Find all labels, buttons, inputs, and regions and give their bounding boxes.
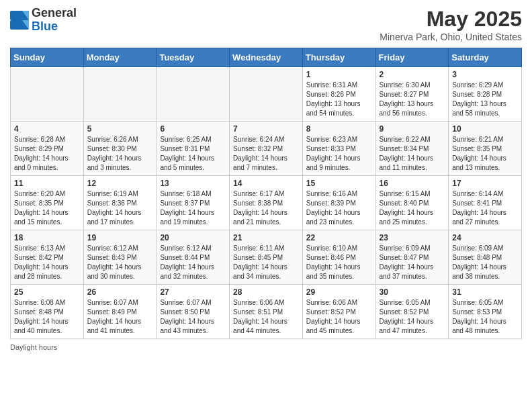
day-info: Sunrise: 6:24 AMSunset: 8:32 PMDaylight:… [233,135,299,173]
calendar-day-cell: 5Sunrise: 6:26 AMSunset: 8:30 PMDaylight… [83,122,157,176]
day-info: Sunrise: 6:29 AMSunset: 8:28 PMDaylight:… [452,81,518,118]
day-number: 17 [452,179,518,188]
day-number: 14 [233,179,299,188]
calendar-day-cell: 18Sunrise: 6:13 AMSunset: 8:42 PMDayligh… [11,230,84,285]
day-number: 16 [380,179,445,188]
calendar-day-cell: 29Sunrise: 6:06 AMSunset: 8:52 PMDayligh… [302,285,375,339]
day-info: Sunrise: 6:07 AMSunset: 8:50 PMDaylight:… [160,298,226,336]
calendar-day-header: Monday [83,48,157,67]
calendar-day-header: Tuesday [157,48,230,67]
day-info: Sunrise: 6:16 AMSunset: 8:39 PMDaylight:… [306,189,372,227]
day-number: 28 [233,287,299,297]
calendar-day-header: Thursday [302,48,375,67]
day-number: 25 [14,287,80,297]
day-number: 6 [160,124,226,134]
day-info: Sunrise: 6:25 AMSunset: 8:31 PMDaylight:… [160,135,226,173]
calendar-day-cell: 9Sunrise: 6:22 AMSunset: 8:34 PMDaylight… [375,122,449,176]
day-info: Sunrise: 6:18 AMSunset: 8:37 PMDaylight:… [160,189,226,227]
day-info: Sunrise: 6:12 AMSunset: 8:44 PMDaylight:… [160,244,226,281]
logo-icon [10,11,29,30]
calendar-day-cell [157,67,230,122]
day-number: 13 [160,179,226,188]
calendar-day-cell: 17Sunrise: 6:14 AMSunset: 8:41 PMDayligh… [449,176,522,230]
calendar-day-header: Wednesday [230,48,303,67]
calendar-day-cell: 3Sunrise: 6:29 AMSunset: 8:28 PMDaylight… [449,67,522,122]
day-info: Sunrise: 6:21 AMSunset: 8:35 PMDaylight:… [452,135,518,173]
day-info: Sunrise: 6:09 AMSunset: 8:47 PMDaylight:… [380,244,445,281]
calendar-day-cell: 21Sunrise: 6:11 AMSunset: 8:45 PMDayligh… [230,230,303,285]
day-number: 22 [306,233,372,242]
calendar-week-row: 11Sunrise: 6:20 AMSunset: 8:35 PMDayligh… [11,176,522,230]
calendar-week-row: 1Sunrise: 6:31 AMSunset: 8:26 PMDaylight… [11,67,522,122]
calendar-week-row: 25Sunrise: 6:08 AMSunset: 8:48 PMDayligh… [11,285,522,339]
day-info: Sunrise: 6:30 AMSunset: 8:27 PMDaylight:… [380,81,445,118]
day-number: 11 [14,179,80,188]
calendar-day-header: Friday [375,48,449,67]
calendar-day-cell: 7Sunrise: 6:24 AMSunset: 8:32 PMDaylight… [230,122,303,176]
title-block: May 2025 Minerva Park, Ohio, United Stat… [380,7,522,42]
day-number: 27 [160,287,226,297]
calendar-day-cell [11,67,84,122]
day-number: 15 [306,179,372,188]
calendar-day-cell: 12Sunrise: 6:19 AMSunset: 8:36 PMDayligh… [83,176,157,230]
calendar-table: SundayMondayTuesdayWednesdayThursdayFrid… [10,48,522,339]
day-info: Sunrise: 6:20 AMSunset: 8:35 PMDaylight:… [14,189,80,227]
calendar-day-cell: 19Sunrise: 6:12 AMSunset: 8:43 PMDayligh… [83,230,157,285]
day-number: 3 [452,70,518,79]
day-number: 18 [14,233,80,242]
day-number: 2 [380,70,445,79]
footer-note: Daylight hours [10,343,522,351]
day-info: Sunrise: 6:05 AMSunset: 8:52 PMDaylight:… [380,298,445,336]
day-number: 26 [87,287,153,297]
day-number: 8 [306,124,372,134]
month-title: May 2025 [380,7,522,32]
calendar-day-cell: 24Sunrise: 6:09 AMSunset: 8:48 PMDayligh… [449,230,522,285]
day-number: 21 [233,233,299,242]
calendar-day-cell: 10Sunrise: 6:21 AMSunset: 8:35 PMDayligh… [449,122,522,176]
calendar-day-cell: 20Sunrise: 6:12 AMSunset: 8:44 PMDayligh… [157,230,230,285]
day-info: Sunrise: 6:11 AMSunset: 8:45 PMDaylight:… [233,244,299,281]
location: Minerva Park, Ohio, United States [380,32,522,42]
calendar-day-cell: 2Sunrise: 6:30 AMSunset: 8:27 PMDaylight… [375,67,449,122]
calendar-day-cell: 30Sunrise: 6:05 AMSunset: 8:52 PMDayligh… [375,285,449,339]
day-info: Sunrise: 6:17 AMSunset: 8:38 PMDaylight:… [233,189,299,227]
day-info: Sunrise: 6:19 AMSunset: 8:36 PMDaylight:… [87,189,153,227]
day-number: 9 [380,124,445,134]
day-info: Sunrise: 6:28 AMSunset: 8:29 PMDaylight:… [14,135,80,173]
calendar-day-cell: 22Sunrise: 6:10 AMSunset: 8:46 PMDayligh… [302,230,375,285]
logo: General Blue [10,7,77,34]
day-number: 30 [380,287,445,297]
logo-text: General Blue [32,7,77,34]
calendar-day-cell: 16Sunrise: 6:15 AMSunset: 8:40 PMDayligh… [375,176,449,230]
calendar-week-row: 4Sunrise: 6:28 AMSunset: 8:29 PMDaylight… [11,122,522,176]
day-number: 20 [160,233,226,242]
calendar-day-cell: 23Sunrise: 6:09 AMSunset: 8:47 PMDayligh… [375,230,449,285]
day-info: Sunrise: 6:07 AMSunset: 8:49 PMDaylight:… [87,298,153,336]
day-number: 24 [452,233,518,242]
day-number: 4 [14,124,80,134]
day-number: 12 [87,179,153,188]
calendar-day-cell: 8Sunrise: 6:23 AMSunset: 8:33 PMDaylight… [302,122,375,176]
calendar-day-cell: 14Sunrise: 6:17 AMSunset: 8:38 PMDayligh… [230,176,303,230]
calendar-day-cell: 1Sunrise: 6:31 AMSunset: 8:26 PMDaylight… [302,67,375,122]
day-info: Sunrise: 6:06 AMSunset: 8:52 PMDaylight:… [306,298,372,336]
day-info: Sunrise: 6:22 AMSunset: 8:34 PMDaylight:… [380,135,445,173]
calendar-header-row: SundayMondayTuesdayWednesdayThursdayFrid… [11,48,522,67]
day-info: Sunrise: 6:09 AMSunset: 8:48 PMDaylight:… [452,244,518,281]
calendar-day-cell: 28Sunrise: 6:06 AMSunset: 8:51 PMDayligh… [230,285,303,339]
calendar-day-cell: 25Sunrise: 6:08 AMSunset: 8:48 PMDayligh… [11,285,84,339]
day-info: Sunrise: 6:15 AMSunset: 8:40 PMDaylight:… [380,189,445,227]
calendar-day-cell: 6Sunrise: 6:25 AMSunset: 8:31 PMDaylight… [157,122,230,176]
logo-blue: Blue [32,19,58,33]
day-number: 10 [452,124,518,134]
day-info: Sunrise: 6:13 AMSunset: 8:42 PMDaylight:… [14,244,80,281]
calendar-day-header: Sunday [11,48,84,67]
day-number: 1 [306,70,372,79]
day-info: Sunrise: 6:08 AMSunset: 8:48 PMDaylight:… [14,298,80,336]
day-number: 23 [380,233,445,242]
calendar-day-cell [230,67,303,122]
day-info: Sunrise: 6:05 AMSunset: 8:53 PMDaylight:… [452,298,518,336]
day-info: Sunrise: 6:10 AMSunset: 8:46 PMDaylight:… [306,244,372,281]
calendar-day-header: Saturday [449,48,522,67]
calendar-day-cell: 27Sunrise: 6:07 AMSunset: 8:50 PMDayligh… [157,285,230,339]
